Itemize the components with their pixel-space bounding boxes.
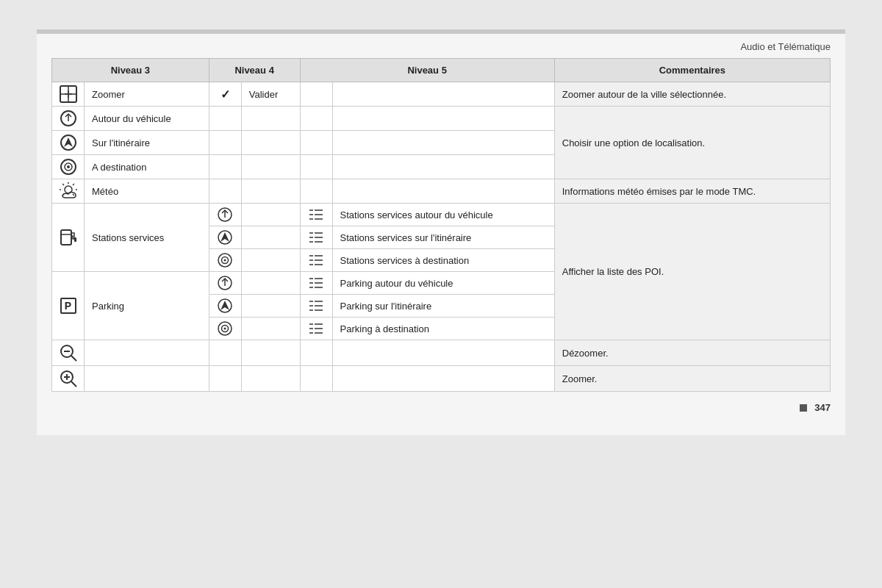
comment-cell: Zoomer autour de la ville sélectionnée. bbox=[554, 82, 830, 107]
n4-label bbox=[241, 249, 300, 272]
n4-icon-cell bbox=[209, 340, 241, 366]
n5-icon-cell bbox=[300, 340, 332, 366]
dest-icon bbox=[217, 320, 233, 337]
n3-parking-label: Parking bbox=[85, 272, 209, 340]
n3-label: A destination bbox=[85, 155, 209, 179]
n3-icon-cell bbox=[52, 107, 85, 131]
check-icon: ✓ bbox=[220, 88, 230, 101]
svg-line-79 bbox=[71, 381, 76, 387]
list-icon bbox=[309, 208, 323, 221]
n5-label: Stations services autour du véhicule bbox=[332, 204, 554, 226]
n3-label: Sur l'itinéraire bbox=[85, 131, 209, 155]
n3-icon-cell bbox=[52, 179, 85, 204]
n4-icon-cell: ✓ bbox=[209, 82, 241, 107]
n5-label bbox=[332, 155, 554, 179]
n4-label bbox=[241, 131, 300, 155]
n5-icon-cell bbox=[300, 204, 332, 226]
n4-label bbox=[241, 226, 300, 249]
n4-icon-cell bbox=[209, 204, 241, 226]
zoom-out-icon bbox=[59, 343, 78, 362]
n4-label bbox=[241, 107, 300, 131]
n4-icon-cell bbox=[209, 272, 241, 295]
svg-rect-20 bbox=[61, 230, 71, 245]
zoom-in-icon bbox=[59, 369, 78, 388]
n3-icon-cell bbox=[52, 82, 85, 107]
n4-icon-cell bbox=[209, 366, 241, 392]
n3-label bbox=[85, 340, 209, 366]
n4-icon-cell bbox=[209, 249, 241, 272]
n5-icon-cell bbox=[300, 155, 332, 179]
n4-icon-cell bbox=[209, 226, 241, 249]
n5-icon-cell bbox=[300, 226, 332, 249]
n3-label: Zoomer bbox=[85, 82, 209, 107]
table-row: Autour du véhicule Choisir une option de… bbox=[52, 107, 831, 131]
n5-label bbox=[332, 82, 554, 107]
comment-dezoom: Dézoomer. bbox=[554, 340, 830, 366]
comment-poi: Afficher la liste des POI. bbox=[554, 204, 830, 340]
n5-label: Stations services sur l'itinéraire bbox=[332, 226, 554, 249]
svg-marker-57 bbox=[220, 301, 229, 310]
n4-icon-cell bbox=[209, 155, 241, 179]
n5-icon-cell bbox=[300, 272, 332, 295]
n4-icon-cell bbox=[209, 107, 241, 131]
svg-point-66 bbox=[224, 328, 226, 330]
circle-arrow-icon bbox=[217, 207, 233, 223]
n4-label bbox=[241, 204, 300, 226]
n5-icon-cell bbox=[300, 179, 332, 204]
n5-icon-cell bbox=[300, 82, 332, 107]
svg-line-75 bbox=[71, 356, 76, 361]
n3-icon-cell bbox=[52, 366, 85, 392]
svg-line-14 bbox=[73, 184, 74, 185]
col-niveau4: Niveau 4 bbox=[209, 59, 300, 82]
nav-arrow-icon bbox=[217, 298, 233, 314]
list-icon bbox=[309, 276, 323, 290]
page-number: 347 bbox=[814, 402, 831, 413]
nav-arrow-icon bbox=[217, 229, 233, 245]
list-icon bbox=[309, 254, 323, 267]
fuel-icon bbox=[60, 227, 77, 248]
svg-marker-32 bbox=[220, 232, 229, 242]
svg-line-16 bbox=[73, 194, 74, 196]
n3-stations-label: Stations services bbox=[85, 204, 209, 272]
comment-zoom: Zoomer. bbox=[554, 366, 830, 392]
list-icon bbox=[309, 299, 323, 312]
n5-label bbox=[332, 179, 554, 204]
n5-icon-cell bbox=[300, 107, 332, 131]
n5-icon-cell bbox=[300, 366, 332, 392]
list-icon bbox=[309, 231, 323, 244]
n5-label: Parking sur l'itinéraire bbox=[332, 295, 554, 318]
circle-arrow-icon bbox=[60, 110, 77, 127]
weather-icon bbox=[58, 182, 79, 200]
circle-arrow-icon bbox=[217, 275, 233, 291]
svg-line-17 bbox=[62, 184, 64, 185]
n4-label: Valider bbox=[241, 82, 300, 107]
n3-label bbox=[85, 366, 209, 392]
col-niveau3: Niveau 3 bbox=[52, 59, 209, 82]
svg-marker-8 bbox=[64, 137, 73, 147]
parking-icon: P bbox=[60, 298, 76, 314]
n5-icon-cell bbox=[300, 295, 332, 318]
n3-icon-cell bbox=[52, 340, 85, 366]
list-icon bbox=[309, 322, 323, 335]
dest-icon bbox=[217, 252, 233, 268]
table-row: Stations services bbox=[52, 204, 831, 226]
n5-label bbox=[332, 366, 554, 392]
dest-icon bbox=[60, 158, 77, 176]
n4-label bbox=[241, 179, 300, 204]
col-commentaires: Commentaires bbox=[554, 59, 830, 82]
table-row: Météo Informations météo émises par le m… bbox=[52, 179, 831, 204]
nav-arrow-icon bbox=[60, 134, 77, 151]
n4-label bbox=[241, 366, 300, 392]
n4-label bbox=[241, 155, 300, 179]
n4-label bbox=[241, 340, 300, 366]
n5-icon-cell bbox=[300, 131, 332, 155]
n4-label bbox=[241, 272, 300, 295]
comment-localisation: Choisir une option de localisation. bbox=[554, 107, 830, 179]
comment-meteo: Informations météo émises par le mode TM… bbox=[554, 179, 830, 204]
svg-point-11 bbox=[67, 165, 70, 168]
n5-icon-cell bbox=[300, 318, 332, 340]
n3-icon-cell bbox=[52, 155, 85, 179]
crosshair-icon bbox=[60, 85, 77, 103]
n5-label bbox=[332, 340, 554, 366]
n3-icon-cell bbox=[52, 131, 85, 155]
